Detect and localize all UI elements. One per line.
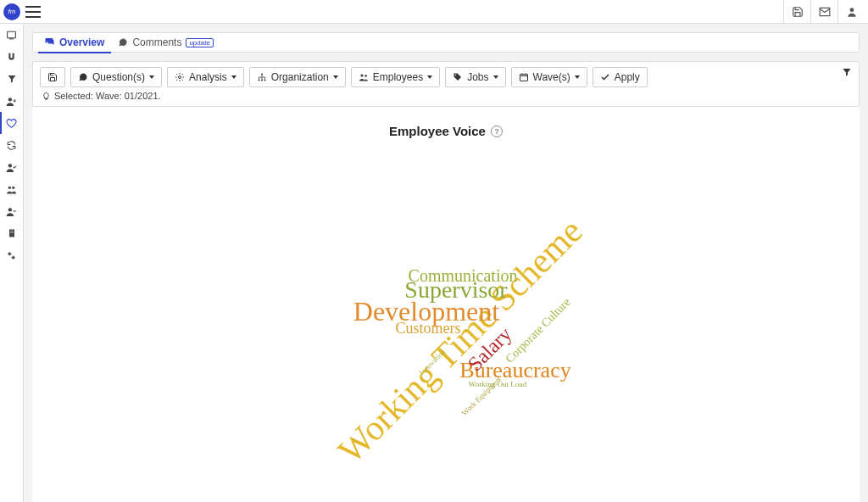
users-icon bbox=[359, 72, 369, 82]
nav-user-check[interactable] bbox=[0, 156, 23, 178]
save-disk-button[interactable] bbox=[783, 0, 810, 24]
svg-rect-11 bbox=[12, 231, 13, 231]
svg-rect-12 bbox=[10, 232, 11, 233]
tag-icon bbox=[453, 72, 463, 82]
waves-dropdown[interactable]: Wave(s) bbox=[511, 67, 587, 87]
calendar-icon bbox=[519, 72, 529, 82]
viz-title-text: Employee Voice bbox=[389, 124, 486, 138]
apply-label: Apply bbox=[615, 71, 640, 83]
caret-down-icon bbox=[575, 75, 580, 79]
svg-point-14 bbox=[8, 252, 11, 254]
save-filter-button[interactable] bbox=[40, 67, 65, 87]
topbar-right bbox=[783, 0, 865, 24]
svg-rect-13 bbox=[12, 232, 13, 233]
nav-sync[interactable] bbox=[0, 134, 23, 156]
viz-title-wrap: Employee Voice ? bbox=[32, 124, 860, 138]
nav-magnet[interactable] bbox=[0, 46, 23, 68]
svg-point-0 bbox=[849, 8, 854, 12]
apply-button[interactable]: Apply bbox=[593, 67, 648, 87]
svg-point-21 bbox=[360, 75, 363, 77]
word-working-time-scheme[interactable]: Working Time Scheme bbox=[330, 210, 590, 471]
svg-rect-10 bbox=[10, 231, 11, 231]
nav-gears[interactable] bbox=[0, 244, 23, 266]
comments-icon bbox=[45, 37, 55, 47]
svg-point-5 bbox=[8, 186, 11, 188]
logo-text: fm bbox=[8, 8, 16, 15]
svg-point-23 bbox=[455, 75, 457, 76]
tab-overview-label: Overview bbox=[59, 36, 104, 48]
svg-rect-24 bbox=[520, 75, 527, 81]
word-cloud: Working Time SchemeDevelopmentSupervisor… bbox=[32, 142, 860, 498]
menu-toggle-icon[interactable] bbox=[25, 6, 41, 18]
topbar: fm bbox=[0, 0, 868, 24]
question-dropdown[interactable]: Question(s) bbox=[70, 67, 162, 87]
svg-rect-9 bbox=[9, 230, 14, 237]
word-customers[interactable]: Customers bbox=[395, 320, 460, 337]
nav-building[interactable] bbox=[0, 222, 23, 244]
svg-point-4 bbox=[8, 164, 12, 167]
svg-point-20 bbox=[264, 80, 265, 81]
nav-dashboard[interactable] bbox=[0, 24, 23, 46]
content-area: Overview Comments update Question(s) Ana… bbox=[24, 24, 868, 502]
waves-label: Wave(s) bbox=[533, 71, 570, 83]
nav-user-group[interactable] bbox=[0, 178, 23, 200]
disk-icon bbox=[47, 72, 58, 82]
filters-card: Question(s) Analysis Organization Employ… bbox=[32, 61, 860, 107]
organization-dropdown[interactable]: Organization bbox=[249, 67, 346, 87]
filter-toggle-icon[interactable] bbox=[842, 67, 852, 80]
analysis-label: Analysis bbox=[189, 71, 227, 83]
speech-icon bbox=[78, 72, 88, 82]
svg-rect-1 bbox=[8, 31, 16, 38]
tab-comments[interactable]: Comments update bbox=[111, 32, 220, 53]
svg-point-16 bbox=[179, 76, 181, 79]
caret-down-icon bbox=[149, 75, 154, 79]
visualization-panel: Employee Voice ? Working Time SchemeDeve… bbox=[32, 107, 860, 502]
nav-heart[interactable] bbox=[0, 112, 23, 134]
caret-down-icon bbox=[333, 75, 338, 79]
user-button[interactable] bbox=[837, 0, 865, 24]
comment-icon bbox=[118, 37, 128, 47]
svg-point-7 bbox=[8, 208, 12, 211]
analysis-dropdown[interactable]: Analysis bbox=[167, 67, 244, 87]
nav-user-plus[interactable] bbox=[0, 90, 23, 112]
check-icon bbox=[600, 72, 610, 82]
employees-dropdown[interactable]: Employees bbox=[351, 67, 440, 87]
help-icon[interactable]: ? bbox=[491, 126, 503, 137]
question-label: Question(s) bbox=[92, 71, 145, 83]
filters-row: Question(s) Analysis Organization Employ… bbox=[40, 67, 852, 87]
lightbulb-icon bbox=[42, 92, 51, 101]
svg-point-18 bbox=[258, 80, 259, 81]
gear-icon bbox=[175, 72, 185, 82]
org-icon bbox=[257, 72, 267, 82]
employees-label: Employees bbox=[373, 71, 423, 83]
svg-point-3 bbox=[8, 98, 12, 101]
svg-point-6 bbox=[12, 186, 14, 188]
svg-point-22 bbox=[364, 75, 367, 77]
caret-down-icon bbox=[231, 75, 236, 79]
tab-update-badge: update bbox=[186, 38, 213, 47]
jobs-dropdown[interactable]: Jobs bbox=[445, 67, 505, 87]
side-nav bbox=[0, 24, 24, 502]
topbar-left: fm bbox=[3, 3, 41, 20]
word-communication[interactable]: Communication bbox=[409, 266, 518, 286]
tab-overview[interactable]: Overview bbox=[38, 33, 111, 53]
svg-point-17 bbox=[261, 74, 263, 75]
selected-text: Selected: Wave: 01/2021. bbox=[54, 91, 161, 101]
nav-filter[interactable] bbox=[0, 68, 23, 90]
organization-label: Organization bbox=[271, 71, 329, 83]
app-logo[interactable]: fm bbox=[3, 3, 20, 20]
svg-point-15 bbox=[12, 256, 14, 259]
caret-down-icon bbox=[427, 75, 432, 79]
viz-title: Employee Voice ? bbox=[389, 124, 503, 138]
mail-button[interactable] bbox=[810, 0, 837, 24]
svg-point-19 bbox=[261, 80, 263, 81]
tabs-card: Overview Comments update bbox=[32, 32, 860, 53]
selected-info: Selected: Wave: 01/2021. bbox=[40, 87, 852, 103]
caret-down-icon bbox=[493, 75, 498, 79]
jobs-label: Jobs bbox=[467, 71, 488, 83]
nav-user-minus[interactable] bbox=[0, 200, 23, 222]
tab-comments-label: Comments bbox=[132, 36, 181, 48]
